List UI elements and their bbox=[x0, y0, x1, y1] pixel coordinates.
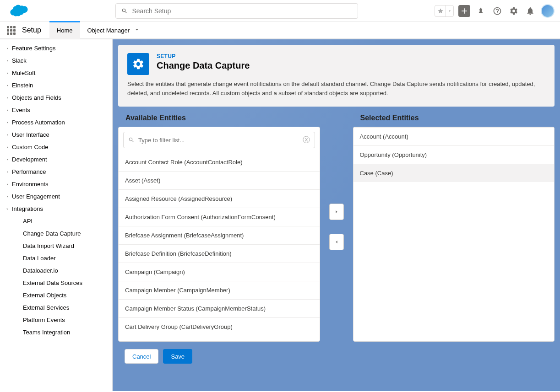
move-right-button[interactable] bbox=[329, 204, 344, 220]
trailhead-button[interactable] bbox=[475, 5, 487, 17]
tree-item-user-interface[interactable]: User Interface bbox=[0, 129, 112, 141]
tree-item-feature-settings[interactable]: Feature Settings bbox=[0, 42, 112, 54]
chevron-right-icon bbox=[5, 120, 10, 125]
tree-item-process-automation[interactable]: Process Automation bbox=[0, 116, 112, 129]
tree-sub-change-data-capture[interactable]: Change Data Capture bbox=[0, 227, 112, 240]
chevron-right-icon bbox=[334, 209, 339, 214]
available-entity-row[interactable]: Briefcase Assignment (BriefcaseAssignmen… bbox=[119, 226, 320, 244]
tree-item-slack[interactable]: Slack bbox=[0, 54, 112, 67]
waffle-icon bbox=[7, 26, 16, 35]
save-button[interactable]: Save bbox=[163, 349, 192, 364]
global-search[interactable] bbox=[115, 3, 358, 19]
tree-sub-teams-integration[interactable]: Teams Integration bbox=[0, 326, 112, 338]
user-avatar[interactable] bbox=[541, 4, 555, 18]
chevron-right-icon bbox=[5, 71, 10, 75]
tab-home[interactable]: Home bbox=[49, 21, 80, 39]
tree-sub-external-data-sources[interactable]: External Data Sources bbox=[0, 277, 112, 289]
selected-entity-row[interactable]: Account (Account) bbox=[353, 127, 555, 145]
favorites-button[interactable] bbox=[435, 5, 454, 17]
tree-sub-external-services[interactable]: External Services bbox=[0, 301, 112, 314]
available-entity-row[interactable]: Campaign Member (CampaignMember) bbox=[119, 281, 320, 299]
chevron-left-icon bbox=[334, 240, 339, 244]
chevron-right-icon bbox=[5, 83, 10, 88]
bell-icon bbox=[526, 6, 535, 16]
tree-item-custom-code[interactable]: Custom Code bbox=[0, 141, 112, 153]
tree-item-label: User Engagement bbox=[12, 193, 60, 200]
search-icon bbox=[128, 137, 135, 143]
filter-box[interactable]: ⓧ bbox=[123, 132, 315, 148]
help-button[interactable] bbox=[491, 5, 503, 17]
gear-icon bbox=[132, 58, 145, 70]
selected-entities-listbox: Account (Account)Opportunity (Opportunit… bbox=[353, 127, 555, 342]
search-icon bbox=[121, 8, 128, 14]
clear-filter-icon[interactable]: ⓧ bbox=[303, 135, 310, 145]
salesforce-logo bbox=[5, 3, 29, 19]
filter-input[interactable] bbox=[138, 137, 303, 144]
chevron-down-icon bbox=[447, 9, 452, 13]
tree-item-development[interactable]: Development bbox=[0, 153, 112, 166]
global-search-input[interactable] bbox=[132, 7, 352, 15]
available-entity-row[interactable]: Account Contact Role (AccountContactRole… bbox=[119, 153, 320, 171]
tree-item-label: Slack bbox=[12, 57, 27, 64]
tree-item-integrations[interactable]: Integrations bbox=[0, 203, 112, 215]
trailhead-icon bbox=[476, 6, 485, 16]
tree-item-einstein[interactable]: Einstein bbox=[0, 79, 112, 91]
tree-item-user-engagement[interactable]: User Engagement bbox=[0, 190, 112, 203]
chevron-right-icon bbox=[5, 108, 10, 113]
app-launcher-button[interactable] bbox=[4, 23, 18, 38]
available-entity-row[interactable]: Assigned Resource (AssignedResource) bbox=[119, 189, 320, 208]
available-entity-row[interactable]: Briefcase Definition (BriefcaseDefinitio… bbox=[119, 244, 320, 263]
global-header bbox=[0, 0, 560, 22]
tree-sub-external-objects[interactable]: External Objects bbox=[0, 289, 112, 301]
plus-icon bbox=[460, 6, 469, 16]
chevron-down-icon bbox=[134, 27, 140, 34]
tab-object-manager[interactable]: Object Manager bbox=[80, 21, 147, 39]
page-eyebrow: SETUP bbox=[157, 53, 250, 59]
available-entity-row[interactable]: Campaign Member Status (CampaignMemberSt… bbox=[119, 299, 320, 317]
page-icon-tile bbox=[127, 53, 149, 75]
available-entity-row[interactable]: Campaign (Campaign) bbox=[119, 263, 320, 281]
available-entity-row[interactable]: Authorization Form Consent (Authorizatio… bbox=[119, 208, 320, 226]
tree-item-objects-and-fields[interactable]: Objects and Fields bbox=[0, 91, 112, 104]
tree-item-label: MuleSoft bbox=[12, 70, 35, 76]
main-content: SETUP Change Data Capture Select the ent… bbox=[113, 39, 560, 391]
tree-item-label: Feature Settings bbox=[12, 45, 55, 52]
tree-item-events[interactable]: Events bbox=[0, 104, 112, 116]
cancel-button[interactable]: Cancel bbox=[125, 349, 158, 364]
chevron-right-icon bbox=[5, 182, 10, 187]
selected-entity-row[interactable]: Case (Case) bbox=[353, 164, 555, 182]
chevron-right-icon bbox=[5, 96, 10, 100]
star-icon bbox=[437, 8, 444, 14]
tree-sub-data-loader[interactable]: Data Loader bbox=[0, 252, 112, 264]
tree-item-label: Integrations bbox=[12, 205, 43, 212]
page-header: SETUP Change Data Capture Select the ent… bbox=[118, 45, 555, 107]
global-add-button[interactable] bbox=[458, 5, 470, 17]
chevron-right-icon bbox=[5, 145, 10, 150]
chevron-right-icon bbox=[5, 133, 10, 137]
available-entity-row[interactable]: Cart Delivery Group (CartDeliveryGroup) bbox=[119, 317, 320, 336]
tree-item-label: Objects and Fields bbox=[12, 94, 61, 101]
setup-gear-button[interactable] bbox=[508, 5, 520, 17]
notifications-button[interactable] bbox=[524, 5, 536, 17]
available-entities-listbox: ⓧ Account Contact Role (AccountContactRo… bbox=[118, 127, 320, 342]
tree-sub-dataloader.io[interactable]: Dataloader.io bbox=[0, 264, 112, 277]
available-entity-row[interactable]: Asset (Asset) bbox=[119, 171, 320, 189]
context-bar: Setup HomeObject Manager bbox=[0, 22, 560, 39]
tree-item-performance[interactable]: Performance bbox=[0, 166, 112, 178]
chevron-right-icon bbox=[5, 194, 10, 199]
tree-item-label: Environments bbox=[12, 181, 48, 188]
help-icon bbox=[493, 6, 502, 16]
chevron-right-icon bbox=[5, 46, 10, 51]
tree-item-mulesoft[interactable]: MuleSoft bbox=[0, 67, 112, 79]
app-name: Setup bbox=[22, 26, 41, 34]
tree-sub-platform-events[interactable]: Platform Events bbox=[0, 314, 112, 326]
move-left-button[interactable] bbox=[329, 234, 344, 250]
page-description: Select the entities that generate change… bbox=[127, 80, 545, 97]
tree-sub-data-import-wizard[interactable]: Data Import Wizard bbox=[0, 240, 112, 252]
tree-sub-api[interactable]: API bbox=[0, 215, 112, 227]
selected-entity-row[interactable]: Opportunity (Opportunity) bbox=[353, 145, 555, 164]
tree-item-environments[interactable]: Environments bbox=[0, 178, 112, 190]
tree-item-label: Custom Code bbox=[12, 144, 48, 150]
tree-item-label: Einstein bbox=[12, 82, 33, 89]
setup-tree: Feature SettingsSlackMuleSoftEinsteinObj… bbox=[0, 39, 113, 391]
